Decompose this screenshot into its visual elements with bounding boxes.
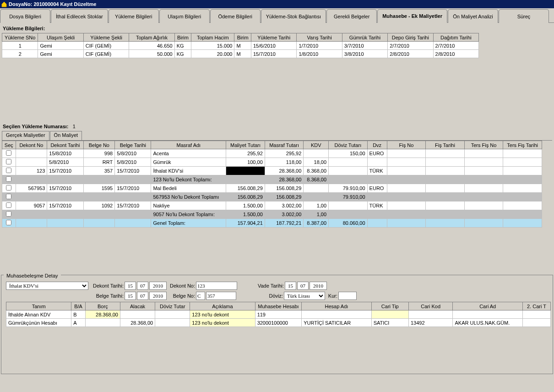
table-row[interactable]: Genel Toplam:157.904,21187.792,218.387,0… [2, 219, 542, 228]
titlebar: DosyaNo: 201000004 Kayıt Düzeltme [0, 0, 554, 8]
row-checkbox[interactable] [6, 194, 11, 199]
table-row[interactable]: İthalde Alınan KDVB28.368,00123 no'lu de… [6, 310, 551, 319]
row-checkbox[interactable] [6, 150, 11, 156]
dekont-day[interactable] [125, 282, 136, 290]
window-title: DosyaNo: 201000004 Kayıt Düzeltme [9, 1, 96, 7]
belge-no-prefix[interactable] [196, 292, 205, 300]
vade-tarihi-label: Vade Tarihi: [238, 283, 284, 289]
tab-dosya-bilgileri[interactable]: Dosya Bilgileri [0, 9, 50, 23]
table-row[interactable]: 15/8/20109985/8/2010Acenta295,92295,9215… [2, 149, 542, 158]
row-checkbox[interactable] [6, 185, 11, 191]
belge-tarihi-label: Belge Tarihi: [89, 293, 124, 299]
table-row[interactable]: 2GemiCIF (GEMİ)50.000KG20.000M15/7/20101… [2, 50, 479, 58]
row-checkbox[interactable] [6, 202, 11, 208]
table-row[interactable]: 5/8/2010RRT5/8/2010Gümrük100,00118,0018,… [2, 158, 542, 167]
row-checkbox[interactable] [6, 211, 11, 217]
tab-gerekli-belgeler[interactable]: Gerekli Belgeler [326, 9, 377, 23]
loading-table: Yükleme SNoUlaşım ŞekliYükleme ŞekliTopl… [2, 33, 479, 58]
table-row[interactable]: 12315/7/201035715/7/2010İthalat KDV'si28… [2, 167, 542, 175]
main-tabs: Dosya Bilgileriİthal Edilecek StoklarYük… [0, 8, 554, 23]
row-checkbox[interactable] [6, 176, 11, 182]
tab-y-kleme-stok-ba-lant-s-[interactable]: Yükleme-Stok Bağlantısı [261, 9, 326, 23]
subtab-0[interactable]: Gerçek Maliyetler [2, 131, 49, 140]
table-row[interactable]: 1GemiCIF (GEMİ)46.650KG15.000M15/6/20101… [2, 42, 479, 50]
tab-y-kleme-bilgileri[interactable]: Yükleme Bilgileri [109, 9, 159, 23]
table-row[interactable]: 123 No'lu Dekont Toplamı:28.368,008.368,… [2, 175, 542, 184]
belge-month[interactable] [137, 292, 148, 300]
table-row[interactable]: 56795315/7/2010159515/7/2010Mal Bedeli15… [2, 184, 542, 193]
doviz-select[interactable]: Türk Lirası [284, 292, 325, 300]
kur-label: Kur: [326, 293, 337, 299]
detail-type-select[interactable]: İthalat KDV'si [6, 282, 88, 290]
tab-i-thal-edilecek-stoklar[interactable]: İthal Edilecek Stoklar [51, 9, 108, 23]
dekont-year[interactable] [149, 282, 167, 290]
belge-day[interactable] [125, 292, 136, 300]
accounting-table: TanımB/ABorçAlacakDöviz TutarAçıklamaMuh… [6, 302, 551, 327]
doviz-label: Döviz: [237, 293, 283, 299]
row-checkbox[interactable] [6, 168, 11, 173]
belge-no-input[interactable] [206, 292, 236, 300]
detail-box: Muhasebeleşme Detay İthalat KDV'si Dekon… [1, 275, 553, 374]
row-checkbox[interactable] [6, 220, 11, 225]
row-checkbox[interactable] [6, 159, 11, 164]
sub-tabs: Gerçek MaliyetlerÖn Maliyet [2, 131, 552, 140]
tab-ula-m-bilgileri[interactable]: Ulaşım Bilgileri [159, 9, 210, 23]
table-row[interactable]: 9057 No'lu Dekont Toplamı:1.500,003.002,… [2, 210, 542, 219]
belge-year[interactable] [149, 292, 167, 300]
belge-no-label: Belge No: [168, 293, 195, 299]
home-icon [1, 1, 7, 7]
vade-year[interactable] [310, 282, 327, 290]
section1-title: Yükleme Bilgileri: [2, 24, 552, 33]
dekont-no-label: Dekont No: [168, 283, 195, 289]
selected-load-label: Seçilen Yükleme Numarası: 1 [2, 122, 552, 131]
dekont-tarihi-label: Dekont Tarihi: [89, 283, 124, 289]
table-row[interactable]: 905715/7/2010109215/7/2010Nakliye1.500,0… [2, 201, 542, 210]
vade-month[interactable] [297, 282, 309, 290]
kur-input[interactable] [338, 292, 357, 300]
cost-table: SeçDekont NoDekont TarihiBelge NoBelge T… [2, 141, 542, 228]
table-row[interactable]: Gümrükçünün HesabıA28.368,00123 no'lu de… [6, 319, 551, 327]
dekont-no-input[interactable] [196, 282, 237, 290]
tab-s-re-[interactable]: Süreç [499, 9, 549, 23]
tab--deme-bilgileri[interactable]: Ödeme Bilgileri [210, 9, 261, 23]
table-row[interactable]: 567953 No'lu Dekont Toplamı156.008,29156… [2, 193, 542, 201]
tab--n-maliyet-analizi[interactable]: Ön Maliyet Analizi [448, 9, 498, 23]
dekont-month[interactable] [137, 282, 148, 290]
detail-title: Muhasebeleşme Detay [4, 272, 61, 279]
subtab-1[interactable]: Ön Maliyet [50, 131, 82, 140]
tab-muhasebe-ek-maliyetler[interactable]: Muhasebe - Ek Maliyetler [377, 9, 447, 23]
vade-day[interactable] [285, 282, 296, 290]
